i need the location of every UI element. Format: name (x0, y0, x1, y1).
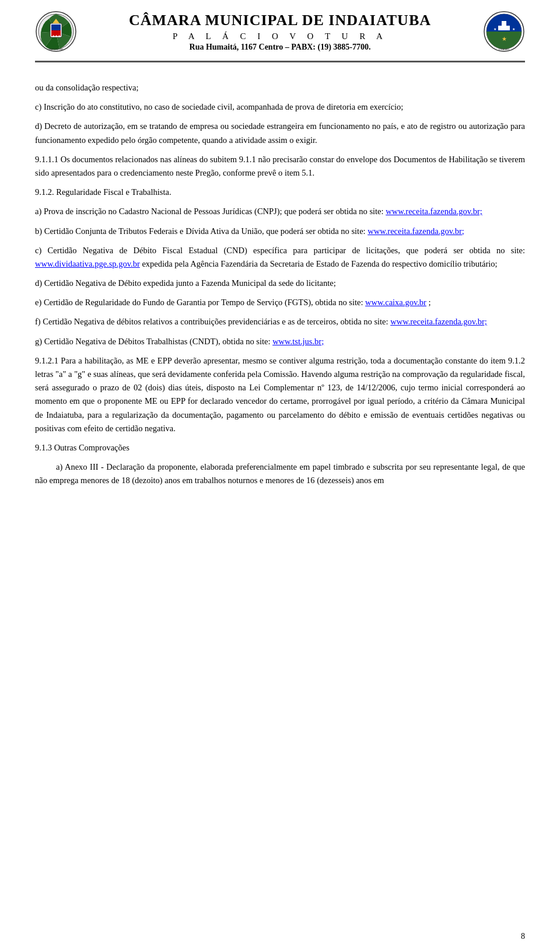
link-tst: www.tst.jus.br; (272, 337, 324, 346)
header-address: Rua Humaitá, 1167 Centro – PABX: (19) 38… (88, 43, 473, 52)
paragraph-14: 9.1.3 Outras Comprovações (35, 441, 525, 455)
paragraph-11: f) Certidão Negativa de débitos relativo… (35, 315, 525, 329)
link-caixa: www.caixa.gov.br (365, 298, 426, 307)
header-divider (35, 61, 525, 62)
svg-text:★★★: ★★★ (52, 34, 61, 38)
page-number: 8 (521, 932, 525, 941)
paragraph-15: a) Anexo III - Declaração da proponente,… (35, 460, 525, 487)
link-receita-1: www.receita.fazenda.gov.br; (386, 207, 482, 216)
paragraph-7: b) Certidão Conjunta de Tributos Federai… (35, 225, 525, 238)
svg-text:★: ★ (494, 27, 496, 31)
link-divida-ativa: www.dividaativa.pge.sp.gov.br (35, 259, 140, 268)
link-receita-3: www.receita.fazenda.gov.br; (390, 317, 487, 326)
paragraph-6: a) Prova de inscrição no Cadastro Nacion… (35, 205, 525, 218)
logo-right: ★ ★ ★ CÂMARA (483, 11, 525, 53)
svg-text:★: ★ (512, 27, 515, 31)
header-top: ★★★ INDAIATUBA CÂMARA MUNICIPAL DE INDAI… (35, 11, 525, 53)
header-subtitle: P A L Á C I O V O T U R A (88, 32, 473, 41)
header-title-block: CÂMARA MUNICIPAL DE INDAIATUBA P A L Á C… (88, 11, 473, 52)
svg-rect-10 (498, 26, 510, 30)
svg-text:CÂMARA: CÂMARA (499, 48, 509, 51)
svg-rect-3 (51, 25, 61, 30)
paragraph-5: 9.1.2. Regularidade Fiscal e Trabalhista… (35, 186, 525, 199)
content-area: ou da consolidação respectiva; c) Inscri… (0, 68, 560, 505)
document-text: ou da consolidação respectiva; c) Inscri… (35, 81, 525, 488)
page: ★★★ INDAIATUBA CÂMARA MUNICIPAL DE INDAI… (0, 0, 560, 947)
header-main-title: CÂMARA MUNICIPAL DE INDAIATUBA (88, 11, 473, 29)
paragraph-2: c) Inscrição do ato constitutivo, no cas… (35, 100, 525, 114)
paragraph-1: ou da consolidação respectiva; (35, 81, 525, 95)
logo-left: ★★★ INDAIATUBA (35, 11, 77, 53)
paragraph-9: d) Certidão Negativa de Débito expedida … (35, 277, 525, 290)
paragraph-13: 9.1.2.1 Para a habilitação, as ME e EPP … (35, 354, 525, 435)
paragraph-3: d) Decreto de autorização, em se tratand… (35, 120, 525, 146)
svg-text:★: ★ (502, 36, 507, 42)
header: ★★★ INDAIATUBA CÂMARA MUNICIPAL DE INDAI… (0, 0, 560, 68)
paragraph-12: g) Certidão Negativa de Débitos Trabalhi… (35, 335, 525, 348)
paragraph-8: c) Certidão Negativa de Débito Fiscal Es… (35, 244, 525, 271)
svg-text:INDAIATUBA: INDAIATUBA (48, 48, 64, 51)
paragraph-4: 9.1.1.1 Os documentos relacionados nas a… (35, 153, 525, 180)
link-receita-2: www.receita.fazenda.gov.br; (368, 226, 464, 236)
paragraph-10: e) Certidão de Regularidade do Fundo de … (35, 296, 525, 309)
